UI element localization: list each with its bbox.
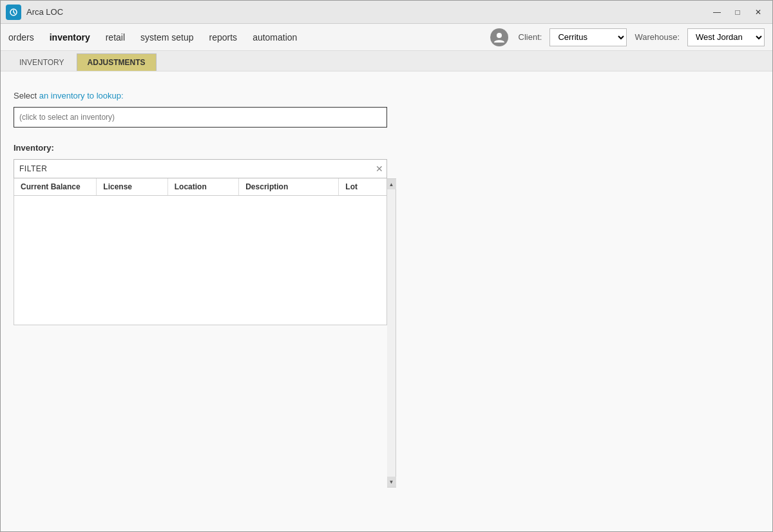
col-header-license[interactable]: License — [97, 178, 167, 195]
client-warehouse-section: Client: Cerritus Warehouse: West Jordan — [519, 28, 765, 46]
menu-item-inventory[interactable]: inventory — [50, 30, 90, 45]
scrollbar-track: ▲ ▼ — [387, 178, 396, 488]
window-controls: — □ ✕ — [708, 5, 767, 19]
app-title: Arca LOC — [26, 7, 63, 17]
inventory-table: Current Balance License Location Descrip… — [14, 178, 387, 325]
form-section: Select an inventory to lookup: Inventory… — [14, 91, 400, 325]
filter-container: ✕ — [14, 159, 387, 178]
scroll-up-button[interactable]: ▲ — [387, 179, 396, 189]
warehouse-label: Warehouse: — [635, 32, 680, 42]
col-header-current-balance[interactable]: Current Balance — [14, 178, 97, 195]
lookup-label: Select an inventory to lookup: — [14, 91, 400, 100]
tab-inventory[interactable]: INVENTORY — [8, 53, 75, 71]
client-label: Client: — [519, 32, 542, 42]
menu-items: orders inventory retail system setup rep… — [8, 30, 297, 45]
app-icon — [6, 5, 21, 20]
menu-right: Client: Cerritus Warehouse: West Jordan — [490, 28, 765, 46]
lookup-label-highlight: an inventory to lookup: — [39, 91, 124, 100]
filter-clear-button[interactable]: ✕ — [376, 164, 383, 173]
inventory-section: Inventory: ✕ Current Balance License Loc… — [14, 143, 400, 325]
maximize-button[interactable]: □ — [729, 5, 747, 19]
user-avatar[interactable] — [490, 28, 508, 46]
menu-item-system-setup[interactable]: system setup — [140, 30, 193, 45]
col-header-description[interactable]: Description — [239, 178, 339, 195]
inventory-label: Inventory: — [14, 143, 400, 153]
main-content: Select an inventory to lookup: Inventory… — [1, 71, 772, 531]
title-bar: Arca LOC — □ ✕ — [1, 1, 772, 24]
table-body — [14, 196, 386, 325]
menu-item-retail[interactable]: retail — [106, 30, 125, 45]
warehouse-select[interactable]: West Jordan — [687, 28, 765, 46]
close-button[interactable]: ✕ — [749, 5, 767, 19]
col-header-lot[interactable]: Lot — [339, 178, 386, 195]
scroll-down-button[interactable]: ▼ — [387, 477, 396, 487]
minimize-button[interactable]: — — [708, 5, 726, 19]
menu-item-automation[interactable]: automation — [253, 30, 297, 45]
col-header-location[interactable]: Location — [168, 178, 239, 195]
table-header: Current Balance License Location Descrip… — [14, 178, 386, 196]
client-select[interactable]: Cerritus — [549, 28, 627, 46]
menu-item-orders[interactable]: orders — [8, 30, 34, 45]
inventory-lookup-input[interactable] — [14, 107, 387, 128]
tab-bar: INVENTORY ADJUSTMENTS — [1, 51, 772, 71]
main-window: Arca LOC — □ ✕ orders inventory retail s… — [0, 0, 773, 532]
menu-item-reports[interactable]: reports — [209, 30, 238, 45]
tab-adjustments[interactable]: ADJUSTMENTS — [77, 53, 157, 71]
filter-input[interactable] — [14, 159, 387, 178]
title-bar-left: Arca LOC — [6, 5, 63, 20]
svg-point-2 — [497, 33, 502, 38]
menu-bar: orders inventory retail system setup rep… — [1, 24, 772, 51]
scroll-area: Current Balance License Location Descrip… — [14, 178, 387, 325]
